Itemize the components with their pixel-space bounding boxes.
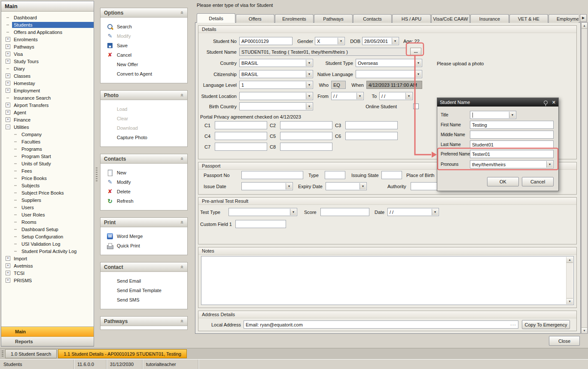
tree-expand-icon[interactable] [13,146,18,151]
tab[interactable]: Enrolments [275,14,314,23]
panel-item[interactable]: New Offer [101,60,187,69]
tree-expand-icon[interactable] [6,22,10,27]
tree-expand-icon[interactable] [13,176,18,180]
tree-expand-icon[interactable] [6,30,10,34]
sidebar-item[interactable]: Offers and Applications [1,28,94,36]
tree-expand-icon[interactable] [13,205,18,210]
scroll-up-icon[interactable]: ▲ [567,257,573,263]
sidebar-item[interactable]: Company [1,131,94,138]
student-no-input[interactable]: AP00010129 [239,37,292,45]
sidebar-item[interactable]: Users [1,204,94,211]
collapse-chevron-icon[interactable]: « [179,157,186,160]
custom-field-input[interactable] [280,121,332,129]
tree-expand-icon[interactable] [6,256,10,261]
custom-field-input[interactable] [280,143,332,151]
tree-expand-icon[interactable] [6,59,10,64]
collapse-chevron-icon[interactable]: « [179,221,186,224]
panel-item[interactable]: Send Email Template [101,286,187,295]
panel-item[interactable]: Capture Photo [101,133,187,142]
sidebar-item[interactable]: Program Start [1,152,94,160]
tab[interactable]: Pathways [314,14,353,23]
preferred-name-input[interactable]: Tester01 [470,150,554,158]
sidebar-reports-button[interactable]: Reports [1,337,94,346]
sidebar-item[interactable]: Dashboard Setup [1,226,94,233]
test-date-combo[interactable]: / / [387,208,439,216]
panel-pathways-header[interactable]: Pathways « [101,317,187,326]
gender-combo[interactable]: X [315,37,345,45]
sidebar-main-button[interactable]: Main [1,327,94,337]
tree-expand-icon[interactable] [13,234,18,239]
tab[interactable]: VET & HE [509,14,548,23]
panel-item[interactable]: Word Merge [101,232,187,241]
citizenship-combo[interactable]: BRASIL [239,70,313,78]
tree-expand-icon[interactable] [6,88,10,93]
collapse-chevron-icon[interactable]: « [179,265,186,268]
sidebar-item[interactable]: Airport Transfers [1,101,94,109]
sidebar-item[interactable]: Study Tours [1,58,94,65]
sidebar-item[interactable]: Insurance Search [1,94,94,101]
tree-expand-icon[interactable] [13,183,18,188]
score-input[interactable] [320,208,369,216]
online-student-checkbox[interactable] [413,104,419,109]
expiry-date-combo[interactable] [326,182,367,190]
tree-expand-icon[interactable] [6,110,10,115]
panel-print-header[interactable]: Print « [101,218,187,227]
sidebar-item[interactable]: Rooms [1,218,94,226]
panel-contact-header[interactable]: Contact « [101,262,187,272]
sidebar-item[interactable]: Finance [1,116,94,123]
sidebar-item[interactable]: Programs [1,145,94,152]
tree-expand-icon[interactable] [13,190,18,195]
tree-expand-icon[interactable] [13,168,18,173]
sidebar-item[interactable]: Homestay [1,79,94,87]
first-name-input[interactable]: Testing [470,121,554,129]
pin-icon[interactable] [544,101,548,104]
tree-expand-icon[interactable] [13,161,18,166]
scroll-down-icon[interactable]: ▼ [567,298,573,304]
collapse-chevron-icon[interactable]: « [179,94,186,97]
dialog-titlebar[interactable]: Student Name ✕ [437,98,558,107]
panel-item[interactable]: New [101,168,187,177]
tree-expand-icon[interactable] [6,263,10,268]
title-combo[interactable] [470,111,516,119]
sidebar-item[interactable]: Import [1,255,94,262]
tab[interactable]: Visa/CoE CAAW [431,14,470,23]
test-type-combo[interactable] [228,208,297,216]
sidebar-item[interactable]: Units of Study [1,160,94,167]
cancel-button[interactable]: Cancel [522,177,554,186]
last-name-input[interactable]: Student01 [470,140,554,149]
tab[interactable]: Details [197,13,235,23]
custom-field-1-input[interactable] [235,220,286,228]
sidebar-item[interactable]: Pathways [1,43,94,50]
custom-field-input[interactable] [215,143,267,151]
collapse-chevron-icon[interactable]: « [179,320,186,323]
panel-item[interactable]: Refresh [101,196,187,206]
sidebar-item[interactable]: PRISMS [1,277,94,284]
custom-field-input[interactable] [345,132,398,140]
custom-field-input[interactable] [215,132,267,140]
to-date-combo[interactable]: / / [379,92,413,100]
sidebar-item[interactable]: Student Portal Activity Log [1,247,94,255]
middle-name-input[interactable] [470,131,554,139]
tree-expand-icon[interactable] [6,117,10,122]
sidebar-item[interactable]: USI Validation Log [1,240,94,247]
address-ellipsis-icon[interactable]: ··· [510,322,516,327]
sidebar-item[interactable]: Subject Price Books [1,189,94,196]
tab[interactable]: Contacts [353,14,392,23]
sidebar-item[interactable]: Utilities [1,123,94,131]
panel-item[interactable]: Load [101,104,187,114]
collapse-chevron-icon[interactable]: « [179,11,186,14]
ok-button[interactable]: OK [487,177,519,186]
sidebar-item[interactable]: TCSI [1,269,94,277]
dob-combo[interactable]: 28/05/2001 [362,37,399,45]
sidebar-item[interactable]: Students [1,21,94,28]
scroll-up-icon[interactable]: ▲ [582,23,587,29]
panel-item[interactable]: Modify [101,31,187,41]
scroll-down-icon[interactable]: ▼ [582,327,587,333]
notes-scrollbar[interactable]: ▲ ▼ [566,257,573,304]
panel-item[interactable]: Quick Print [101,241,187,250]
sidebar-item[interactable]: Visa [1,50,94,58]
passport-no-input[interactable] [241,171,303,179]
native-language-combo[interactable] [356,70,422,78]
tree-expand-icon[interactable] [6,125,10,129]
tree-expand-icon[interactable] [6,15,10,20]
